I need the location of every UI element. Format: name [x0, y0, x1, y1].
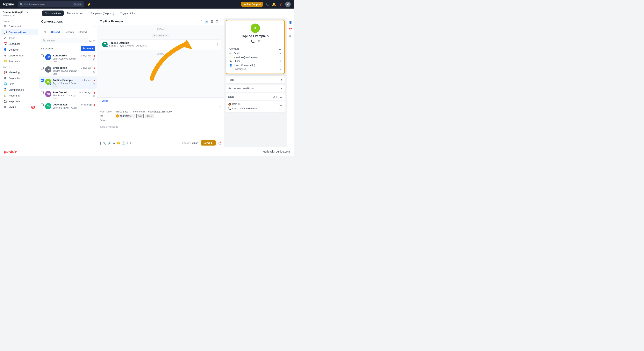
tab-all[interactable]: All — [41, 30, 49, 35]
more-send-options-icon[interactable]: ⏰ — [218, 142, 222, 144]
email-contact-icon[interactable]: ✉ — [258, 40, 260, 43]
list-item[interactable]: JS Joey Skatell an hour ago Joey and Tay… — [39, 101, 97, 111]
tab-manual-actions[interactable]: Manual Actions — [64, 10, 87, 16]
automations-section-header[interactable]: Active Automations ▾ — [226, 85, 285, 92]
sidebar-item-sites[interactable]: 🌐 Sites — [1, 81, 38, 87]
star-icon[interactable]: ☆ — [200, 20, 203, 23]
calendar-side-icon[interactable]: 📅 — [288, 28, 292, 31]
dollar-icon[interactable]: $ — [127, 142, 128, 144]
conv-item-preview: Topline Team Lunch NY — [53, 70, 91, 72]
list-item[interactable]: AS Alex Skatell 11 hours ago Thanks Alex… — [39, 89, 97, 101]
bcc-button[interactable]: BCC — [145, 114, 154, 118]
sidebar-item-opportunities[interactable]: ◈ Opportunities — [1, 52, 38, 58]
call-contact-icon[interactable]: 📞 — [251, 40, 255, 43]
app-logo: topline — [3, 2, 14, 6]
list-item[interactable]: KF Kent Ferrell 19 days ago John, Can yo… — [39, 52, 97, 64]
image-icon[interactable]: 🖼 — [113, 142, 116, 144]
text-format-icon[interactable]: T̲ — [100, 142, 101, 144]
workspace-selector[interactable]: Dunder Mifflin [D... ▾ — [3, 11, 36, 14]
global-search[interactable]: 🔍 Quick search here Ctrl + K — [18, 1, 84, 7]
dnd-calls-checkbox[interactable] — [280, 107, 282, 110]
sidebar-item-label: Contacts — [8, 48, 18, 51]
conv-item-checkbox[interactable] — [41, 54, 44, 57]
edit-side-icon[interactable]: ✏ — [289, 34, 292, 38]
trigger-links-dropdown[interactable]: Trigger Links ▾ — [118, 10, 139, 16]
contact-section-collapse-icon[interactable]: ▲ — [278, 47, 281, 50]
tab-recents[interactable]: Recents — [62, 30, 76, 35]
send-button[interactable]: Send ➤ — [201, 140, 216, 146]
tab-unread[interactable]: Unread — [49, 30, 62, 35]
sidebar-item-automation[interactable]: ⚙ Automation — [1, 75, 38, 81]
trash-icon[interactable]: 🗑 — [210, 20, 214, 23]
email-msg-menu-icon[interactable]: ⋮ — [216, 43, 219, 46]
user-avatar[interactable]: AB — [285, 2, 291, 7]
link-icon[interactable]: 🔗 — [108, 142, 111, 144]
dnd-section-header[interactable]: DND OFF ▲ — [226, 94, 285, 100]
tab-templates[interactable]: Templates (Snippets) — [88, 10, 117, 16]
contact-detail-icon[interactable]: 👤 — [288, 20, 292, 24]
to-recipient-chip[interactable]: AI andrea@t... › — [115, 114, 135, 118]
help-icon[interactable]: ❓ — [278, 2, 282, 6]
expand-recipient-icon[interactable]: › — [133, 114, 134, 117]
tab-conversations[interactable]: Conversations — [42, 10, 64, 16]
attachment-icon[interactable]: 📎 — [103, 142, 106, 144]
sidebar-item-contacts[interactable]: 👤 Contacts — [1, 47, 38, 52]
cc-button[interactable]: CC — [136, 114, 144, 118]
unread-indicator — [94, 80, 95, 81]
email-panel: Topline Example ☆ 📧 🗑 ⊡ › 8:57 AM Apr 29… — [97, 18, 224, 147]
clear-button[interactable]: Clear — [190, 141, 200, 145]
unread-indicator — [94, 68, 95, 69]
conv-item-checkbox[interactable] — [41, 79, 44, 82]
conv-item-checkbox[interactable] — [41, 91, 44, 94]
email-status-dot — [234, 56, 235, 58]
add-phone-icon[interactable]: + — [280, 60, 281, 63]
date-badge: Apr 29th, 2024 — [100, 34, 222, 37]
edit-contact-icon[interactable]: ✎ — [267, 35, 269, 38]
add-email-icon[interactable]: + — [280, 52, 281, 55]
nav-next-icon[interactable]: › — [220, 20, 221, 23]
sidebar-item-helpdesk[interactable]: 🎧 Help Desk — [1, 98, 38, 104]
conv-item-checkbox[interactable] — [41, 67, 44, 70]
owner-dropdown-icon[interactable]: ▾ — [280, 68, 281, 70]
bell-icon[interactable]: 🔔 — [272, 2, 276, 6]
subject-input[interactable] — [115, 119, 222, 122]
sidebar-item-scheduler[interactable]: 📅 Scheduler — [1, 41, 38, 47]
plus-icon[interactable]: + — [130, 142, 131, 144]
list-item[interactable]: TE ✉ Topline Example a day ago Taylor / … — [39, 77, 97, 89]
dnd-all-checkbox[interactable] — [280, 103, 282, 106]
sidebar-item-dashboard[interactable]: ⊞ Dashboard — [1, 23, 38, 29]
bolt-icon[interactable]: ⚡ — [87, 2, 91, 6]
from-name-label: From name: — [100, 110, 113, 113]
actions-button[interactable]: Actions ▾ — [81, 46, 95, 51]
from-email-value: exampletop123@outlo — [148, 110, 172, 113]
conv-search-input[interactable]: 🔍 Search — [41, 38, 88, 43]
sidebar-item-marketing[interactable]: 📢 Marketing — [1, 69, 38, 75]
automation-icon: ⚙ — [4, 76, 6, 80]
dnd-status: OFF — [272, 95, 278, 98]
inbox-icon[interactable]: 📧 — [205, 20, 208, 23]
document-icon[interactable]: 📄 — [122, 142, 125, 144]
sidebar-item-reporting[interactable]: 📊 Reporting — [1, 92, 38, 98]
compose-expand-icon[interactable]: ⤢ — [219, 105, 222, 108]
sidebar-item-conversations[interactable]: 💬 Conversations — [1, 29, 38, 35]
sidebar-item-memberships[interactable]: 🏅 Memberships — [1, 87, 38, 92]
support-button[interactable]: topline Support — [241, 2, 263, 6]
tags-section-header[interactable]: Tags ▾ — [226, 76, 285, 83]
message-timestamp: 8:57 AM — [100, 28, 222, 30]
expand-icon[interactable]: ⊡ — [216, 20, 218, 23]
tab-starred[interactable]: Starred — [76, 30, 89, 35]
sidebar-item-tasks[interactable]: ✓ Tasks — [1, 35, 38, 41]
conv-list-collapse-btn[interactable]: ▾ — [94, 25, 95, 28]
conv-item-checkbox[interactable] — [41, 104, 44, 106]
tasks-icon: ✓ — [4, 36, 6, 40]
search-icon: 🔍 — [20, 3, 23, 6]
phone-icon[interactable]: 📞 — [266, 2, 269, 6]
compose-body[interactable]: Type a message — [97, 123, 224, 139]
compose-tab-email[interactable]: Email — [100, 98, 110, 104]
compose-icon[interactable]: ✏ — [93, 39, 95, 42]
filter-icon[interactable]: ⊟ — [89, 39, 92, 42]
sidebar-item-mailfold[interactable]: ✉ Mailfold 32 — [1, 104, 38, 110]
emoji-icon[interactable]: 😊 — [117, 142, 120, 144]
sidebar-item-payments[interactable]: 💳 Payments — [1, 58, 38, 64]
list-item[interactable]: CR Chris Riklin 5 days ago Topline Team … — [39, 64, 97, 77]
